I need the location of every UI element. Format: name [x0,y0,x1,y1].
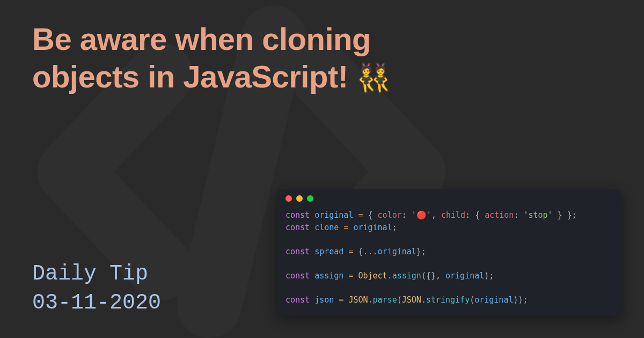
maximize-icon [307,195,313,202]
page-title: Be aware when cloning objects in JavaScr… [32,20,391,95]
minimize-icon [296,195,303,202]
close-icon [286,195,292,202]
window-dots [286,195,613,202]
series-block: Daily Tip 03-11-2020 [32,260,161,318]
title-emoji: 👯 [356,62,391,93]
title-line-2: objects in JavaScript! [32,59,356,94]
series-date: 03-11-2020 [32,289,161,318]
code-block: const original = { color: '🔴', child: { … [286,209,613,306]
series-label: Daily Tip [32,260,161,289]
code-window: const original = { color: '🔴', child: { … [277,189,621,315]
title-line-1: Be aware when cloning [32,21,371,56]
